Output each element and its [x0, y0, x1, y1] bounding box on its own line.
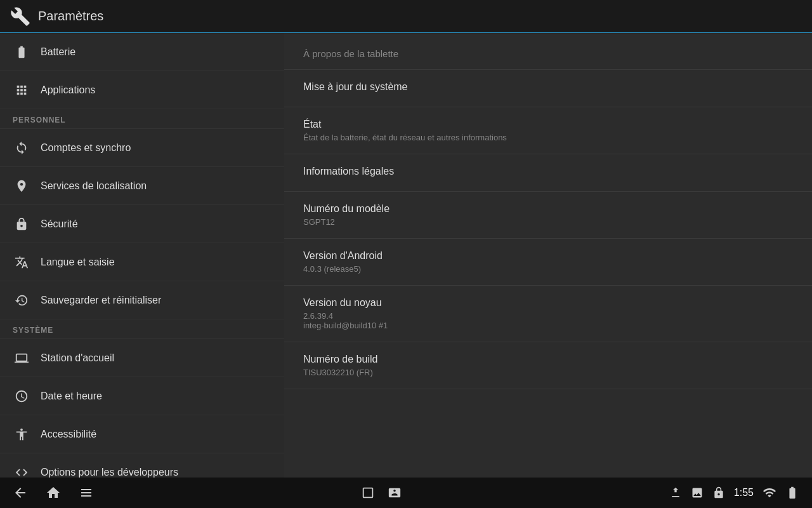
sidebar-item-securite-label: Sécurité: [41, 218, 78, 230]
time-display: 1:55: [734, 487, 754, 498]
sidebar-item-developpeurs[interactable]: Options pour les développeurs: [0, 453, 284, 478]
accessibility-icon: [13, 425, 30, 443]
sidebar-item-batterie[interactable]: Batterie: [0, 33, 284, 71]
sidebar-item-applications[interactable]: Applications: [0, 71, 284, 109]
content-item-etat-title: État: [303, 119, 793, 130]
location-icon: [13, 177, 30, 195]
sidebar-item-securite[interactable]: Sécurité: [0, 205, 284, 243]
content-item-build: Numéro de build TISU3032210 (FR): [284, 342, 812, 389]
page-title: Paramètres: [38, 9, 103, 23]
sidebar-item-station[interactable]: Station d'accueil: [0, 339, 284, 377]
sidebar-item-developpeurs-label: Options pour les développeurs: [41, 467, 178, 478]
nav-recent-button[interactable]: [79, 485, 94, 500]
clock-icon: [13, 387, 30, 405]
content-item-mise-a-jour[interactable]: Mise à jour du système: [284, 70, 812, 107]
settings-icon: [10, 6, 30, 27]
sidebar: Batterie Applications PERSONNEL Comptes …: [0, 33, 284, 478]
content-item-noyau-subtitle: 2.6.39.4 integ-build@build10 #1: [303, 311, 793, 330]
lock-icon: [13, 215, 30, 233]
dock-icon: [13, 349, 30, 367]
sidebar-item-accessibilite-label: Accessibilité: [41, 429, 96, 440]
content-item-build-title: Numéro de build: [303, 354, 793, 365]
sidebar-item-date-label: Date et heure: [41, 391, 102, 402]
bottom-status-right: 1:55: [669, 486, 799, 500]
sidebar-item-batterie-label: Batterie: [41, 46, 75, 58]
section-header-personnel: PERSONNEL: [0, 109, 284, 129]
content-item-build-subtitle: TISU3032210 (FR): [303, 368, 793, 377]
language-icon: [13, 253, 30, 271]
bottom-nav-left: [13, 485, 94, 500]
content-item-android-title: Version d'Android: [303, 250, 793, 262]
sidebar-item-station-label: Station d'accueil: [41, 352, 114, 364]
sidebar-item-date[interactable]: Date et heure: [0, 377, 284, 415]
sidebar-item-applications-label: Applications: [41, 84, 95, 96]
top-bar: Paramètres: [0, 0, 812, 33]
nav-home-button[interactable]: [46, 485, 61, 500]
sync-icon: [13, 139, 30, 157]
code-icon: [13, 464, 30, 478]
content-item-android-subtitle: 4.0.3 (release5): [303, 264, 793, 274]
content-item-noyau-title: Version du noyau: [303, 297, 793, 309]
backup-icon: [13, 291, 30, 309]
sidebar-item-accessibilite[interactable]: Accessibilité: [0, 415, 284, 453]
photo-icon: [691, 486, 704, 499]
content-item-etat-subtitle: État de la batterie, état du réseau et a…: [303, 133, 793, 142]
content-item-infos-legales-title: Informations légales: [303, 166, 793, 177]
content-panel: À propos de la tablette Mise à jour du s…: [284, 33, 812, 478]
sidebar-item-localisation[interactable]: Services de localisation: [0, 167, 284, 205]
sidebar-item-langue-label: Langue et saisie: [41, 257, 115, 268]
bottom-nav-center: [361, 486, 402, 500]
sidebar-item-langue[interactable]: Langue et saisie: [0, 243, 284, 281]
sidebar-item-localisation-label: Services de localisation: [41, 180, 147, 192]
center-screenshot-button[interactable]: [361, 486, 375, 500]
sidebar-item-comptes-label: Comptes et synchro: [41, 142, 131, 154]
battery-icon: [13, 43, 30, 61]
sidebar-item-sauvegarder-label: Sauvegarder et réinitialiser: [41, 295, 161, 306]
content-item-etat[interactable]: État État de la batterie, état du réseau…: [284, 107, 812, 154]
apps-icon: [13, 81, 30, 99]
content-panel-title: À propos de la tablette: [284, 33, 812, 70]
main-layout: Batterie Applications PERSONNEL Comptes …: [0, 33, 812, 478]
content-item-modele-subtitle: SGPT12: [303, 217, 793, 227]
content-item-mise-a-jour-title: Mise à jour du système: [303, 81, 793, 93]
bottom-bar: 1:55: [0, 478, 812, 508]
center-media-button[interactable]: [388, 486, 402, 500]
content-item-modele: Numéro du modèle SGPT12: [284, 192, 812, 239]
content-item-noyau: Version du noyau 2.6.39.4 integ-build@bu…: [284, 286, 812, 342]
wifi-icon: [763, 486, 776, 500]
lock-status-icon: [712, 486, 725, 499]
download-icon: [669, 486, 682, 499]
content-item-infos-legales[interactable]: Informations légales: [284, 154, 812, 192]
section-header-system: SYSTÈME: [0, 319, 284, 339]
sidebar-item-comptes[interactable]: Comptes et synchro: [0, 129, 284, 167]
nav-back-button[interactable]: [13, 485, 28, 500]
content-item-modele-title: Numéro du modèle: [303, 203, 793, 215]
content-item-android: Version d'Android 4.0.3 (release5): [284, 239, 812, 286]
sidebar-item-sauvegarder[interactable]: Sauvegarder et réinitialiser: [0, 281, 284, 319]
battery-status-icon: [785, 486, 799, 500]
